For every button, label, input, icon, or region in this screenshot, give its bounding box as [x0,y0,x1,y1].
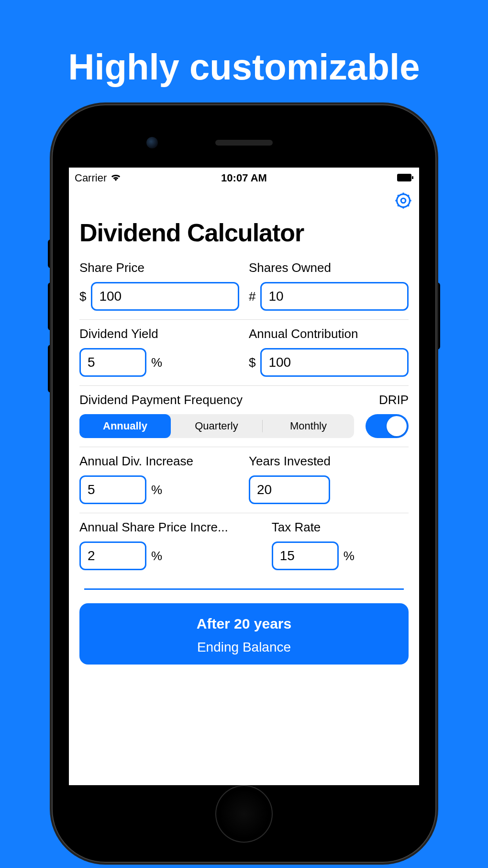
frequency-segmented[interactable]: Annually Quarterly Monthly [79,414,354,438]
gear-icon[interactable] [394,192,412,210]
annual-div-increase-input[interactable] [79,475,146,504]
promo-headline: Highly customizable [0,0,488,88]
years-invested-label: Years Invested [249,454,409,469]
phone-home-button [215,785,273,843]
percent-suffix: % [151,549,162,564]
shares-owned-label: Shares Owned [249,260,409,275]
segment-quarterly[interactable]: Quarterly [171,414,262,438]
dollar-prefix: $ [79,289,86,304]
svg-rect-0 [397,174,411,181]
status-bar: Carrier 10:07 AM [69,168,419,189]
status-time: 10:07 AM [188,172,300,184]
tax-rate-label: Tax Rate [272,520,409,535]
wifi-icon [111,172,121,184]
result-subtitle: Ending Balance [79,640,409,655]
hash-prefix: # [249,289,255,304]
dollar-prefix: $ [249,355,255,370]
battery-icon [397,172,413,184]
phone-frame: Carrier 10:07 AM [53,105,435,862]
percent-suffix: % [344,549,355,564]
dividend-yield-input[interactable] [79,348,146,377]
share-price-increase-input[interactable] [79,541,146,570]
page-title: Dividend Calculator [79,210,409,254]
share-price-label: Share Price [79,260,239,275]
carrier-label: Carrier [75,172,107,184]
segment-monthly[interactable]: Monthly [263,414,354,438]
share-price-input[interactable] [91,282,239,311]
annual-div-increase-label: Annual Div. Increase [79,454,239,469]
svg-line-8 [398,195,399,196]
dividend-yield-label: Dividend Yield [79,327,239,341]
tax-rate-input[interactable] [272,541,339,570]
frequency-label: Dividend Payment Frequency [79,393,243,407]
annual-contribution-input[interactable] [260,348,409,377]
svg-line-9 [408,205,409,206]
years-invested-input[interactable] [249,475,330,504]
svg-point-2 [397,194,410,207]
toggle-knob [387,416,407,436]
percent-suffix: % [151,483,162,497]
shares-owned-input[interactable] [260,282,409,311]
result-title: After 20 years [79,616,409,632]
svg-line-11 [408,195,409,196]
result-card: After 20 years Ending Balance [79,603,409,665]
app-screen: Carrier 10:07 AM [69,168,419,785]
percent-suffix: % [151,355,162,370]
drip-toggle[interactable] [366,414,409,438]
share-price-increase-label: Annual Share Price Incre... [79,520,262,535]
phone-speaker [215,140,273,146]
phone-camera [146,137,158,148]
drip-label: DRIP [379,393,409,407]
svg-rect-1 [412,176,413,179]
section-divider [84,588,404,590]
annual-contribution-label: Annual Contribution [249,327,409,341]
segment-annually[interactable]: Annually [79,414,171,438]
svg-point-3 [401,198,406,203]
svg-line-10 [398,205,399,206]
